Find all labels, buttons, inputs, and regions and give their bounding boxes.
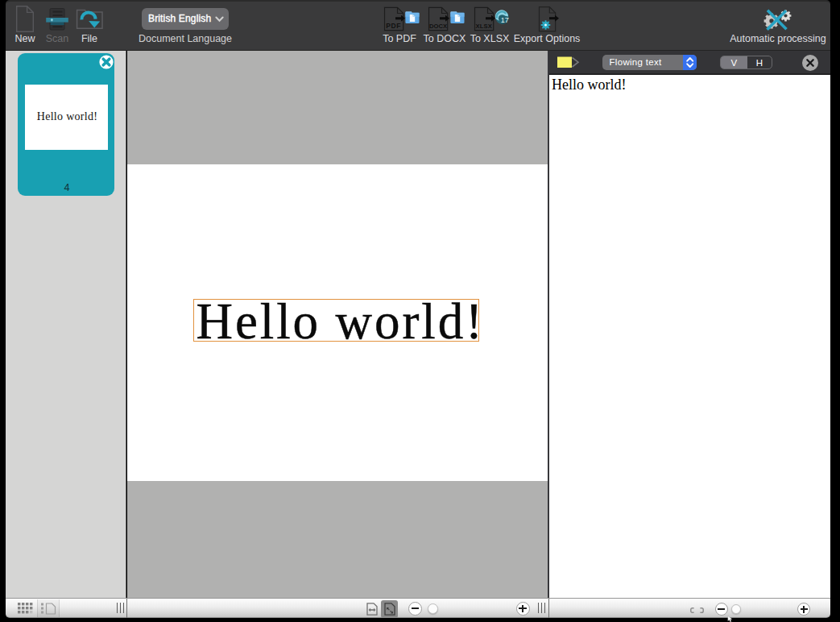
svg-text:17: 17 bbox=[501, 16, 509, 24]
svg-text:PDF: PDF bbox=[386, 22, 401, 30]
svg-text:XLSX: XLSX bbox=[475, 23, 492, 30]
svg-text:DOCX: DOCX bbox=[429, 23, 447, 30]
